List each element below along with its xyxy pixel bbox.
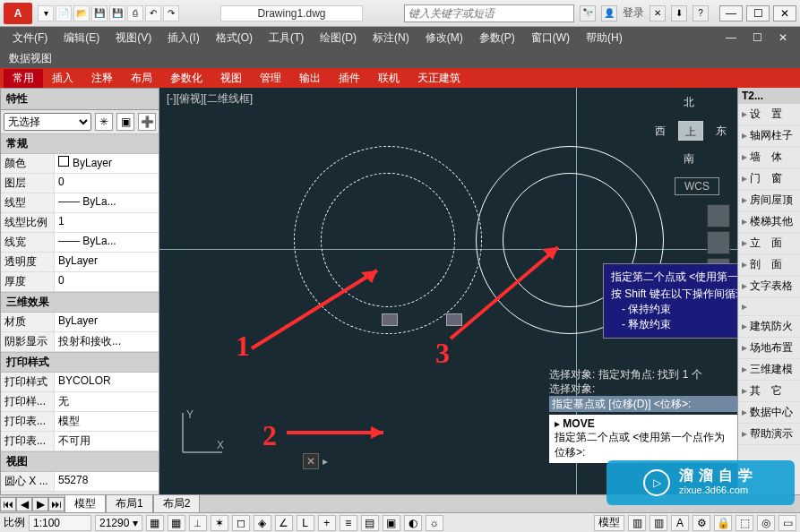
menu-view[interactable]: 视图(V) — [108, 29, 159, 47]
palette-item[interactable]: 数据中心 — [738, 402, 800, 424]
palette-item[interactable]: 帮助演示 — [738, 424, 800, 445]
menu-annotate[interactable]: 标注(N) — [366, 29, 417, 47]
qat-open2[interactable]: 📂 — [73, 5, 90, 21]
quickview-layouts-icon[interactable]: ▥ — [628, 515, 646, 531]
props-value[interactable]: 0 — [55, 174, 159, 193]
nav-wheel-icon[interactable] — [707, 204, 730, 227]
close-icon[interactable]: ✕ — [303, 453, 319, 469]
lock-ui-icon[interactable]: 🔒 — [714, 515, 732, 531]
quickview-drawings-icon[interactable]: ▥ — [649, 515, 667, 531]
am-toggle[interactable]: ☼ — [426, 515, 443, 531]
menu-window[interactable]: 窗口(W) — [524, 29, 577, 47]
props-row[interactable]: 打印表...不可用 — [1, 432, 159, 451]
qat-saveas[interactable]: 💾 — [109, 5, 125, 21]
selection-dropdown[interactable]: 无选择 — [4, 113, 91, 131]
ortho-toggle[interactable]: ⟂ — [189, 515, 207, 531]
palette-item[interactable]: 门 窗 — [738, 168, 800, 190]
props-group-header[interactable]: 打印样式 — [1, 352, 159, 373]
ribbon-tab-layout[interactable]: 布局 — [122, 69, 161, 88]
props-value[interactable]: 1 — [55, 213, 159, 232]
props-value[interactable]: 不可用 — [55, 432, 159, 450]
ribbon-tab-insert[interactable]: 插入 — [43, 69, 82, 88]
tpy-toggle[interactable]: ▤ — [361, 515, 379, 531]
snap-toggle[interactable]: ▦ — [146, 515, 164, 531]
props-row[interactable]: 打印样式BYCOLOR — [1, 373, 159, 392]
ribbon-tab-tarch[interactable]: 天正建筑 — [409, 69, 469, 88]
layout-tab-model[interactable]: 模型 — [65, 494, 106, 513]
props-value[interactable]: 模型 — [55, 412, 159, 431]
props-value[interactable]: ByLayer — [55, 253, 159, 271]
props-value[interactable]: ByLayer — [55, 154, 159, 173]
menu-format[interactable]: 格式(O) — [209, 29, 260, 47]
ribbon-tab-home[interactable]: 常用 — [4, 69, 43, 88]
doc-minimize-button[interactable]: — — [718, 30, 744, 46]
palette-item[interactable]: 墙 体 — [738, 147, 800, 168]
view-cube[interactable]: 北 南 西 东 上 — [657, 97, 725, 165]
menu-edit[interactable]: 编辑(E) — [56, 29, 107, 47]
props-value[interactable]: 无 — [55, 392, 159, 411]
dyn-toggle[interactable]: + — [318, 515, 336, 531]
palette-item[interactable]: 楼梯其他 — [738, 211, 800, 233]
coordinates-display[interactable]: 21290 ▾ — [95, 515, 142, 531]
ribbon-tab-annotate[interactable]: 注释 — [82, 69, 122, 88]
command-line-collapsed[interactable]: ✕ ▸ — [303, 453, 328, 469]
sc-toggle[interactable]: ◐ — [404, 515, 422, 531]
login-link[interactable]: 登录 — [623, 5, 644, 21]
menu-modify[interactable]: 修改(M) — [418, 29, 470, 47]
props-row[interactable]: 线型—— ByLa... — [1, 193, 159, 213]
a360-icon[interactable]: ⬇ — [671, 5, 687, 21]
palette-item[interactable]: 房间屋顶 — [738, 190, 800, 211]
props-value[interactable]: ByLayer — [55, 313, 159, 331]
props-value[interactable]: 55278 — [55, 472, 159, 491]
doc-close-button[interactable]: ✕ — [771, 30, 795, 46]
menu-file[interactable]: 文件(F) — [5, 29, 55, 47]
wcs-label[interactable]: WCS — [675, 177, 719, 195]
quickselect-icon[interactable]: ✳ — [95, 113, 113, 131]
palette-item[interactable]: 剖 面 — [738, 254, 800, 276]
qat-print[interactable]: ⎙ — [127, 5, 143, 21]
props-row[interactable]: 圆心 X ...55278 — [1, 472, 159, 492]
3dosnap-toggle[interactable]: ◈ — [254, 515, 271, 531]
workspace-icon[interactable]: ⚙ — [692, 515, 710, 531]
scale-dropdown[interactable]: 1:100 — [29, 515, 91, 531]
osnap-toggle[interactable]: ◻ — [232, 515, 250, 531]
ribbon-tab-param[interactable]: 参数化 — [161, 69, 211, 88]
props-group-header[interactable]: 三维效果 — [1, 292, 159, 313]
annoscale-icon[interactable]: A — [671, 515, 689, 531]
ribbon-tab-view[interactable]: 视图 — [211, 69, 251, 88]
palette-item[interactable]: 文字表格 — [738, 276, 800, 297]
ducs-toggle[interactable]: L — [297, 515, 314, 531]
menu-tools[interactable]: 工具(T) — [262, 29, 311, 47]
props-value[interactable]: 0 — [55, 272, 159, 291]
hardware-accel-icon[interactable]: ⬚ — [735, 515, 753, 531]
palette-item[interactable]: 其 它 — [738, 381, 800, 402]
props-row[interactable]: 打印样...无 — [1, 392, 159, 412]
layout-first-icon[interactable]: ⏮ — [0, 497, 16, 511]
props-row[interactable]: 阴影显示投射和接收... — [1, 332, 159, 352]
layout-next-icon[interactable]: ▶ — [32, 497, 48, 511]
layout-last-icon[interactable]: ⏭ — [48, 497, 65, 511]
menu-draw[interactable]: 绘图(D) — [313, 29, 364, 47]
palette-item[interactable]: 立 面 — [738, 233, 800, 254]
palette-item[interactable]: 三维建模 — [738, 359, 800, 381]
layout-tab-1[interactable]: 布局1 — [106, 494, 153, 513]
viewport-label[interactable]: [-][俯视][二维线框] — [167, 91, 253, 107]
layout-prev-icon[interactable]: ◀ — [16, 497, 32, 511]
palette-item[interactable]: 设 置 — [738, 104, 800, 125]
palette-item[interactable]: 建筑防火 — [738, 316, 800, 338]
props-value[interactable]: BYCOLOR — [55, 373, 159, 391]
pickadd-icon[interactable]: ➕ — [138, 113, 156, 131]
props-row[interactable]: 材质ByLayer — [1, 313, 159, 332]
props-row[interactable]: 颜色ByLayer — [1, 154, 159, 174]
exchange-icon[interactable]: ✕ — [649, 5, 666, 21]
lwt-toggle[interactable]: ≡ — [340, 515, 357, 531]
binoculars-icon[interactable]: 🔭 — [580, 5, 596, 21]
props-value[interactable]: 投射和接收... — [55, 332, 159, 351]
props-row[interactable]: 透明度ByLayer — [1, 253, 159, 272]
qat-save[interactable]: 💾 — [91, 5, 108, 21]
props-row[interactable]: 厚度0 — [1, 272, 159, 292]
app-logo[interactable]: A — [4, 3, 32, 24]
palette-item[interactable]: 场地布置 — [738, 338, 800, 359]
qat-undo[interactable]: ↶ — [145, 5, 161, 21]
data-view-tab[interactable]: 数据视图 — [9, 51, 52, 66]
